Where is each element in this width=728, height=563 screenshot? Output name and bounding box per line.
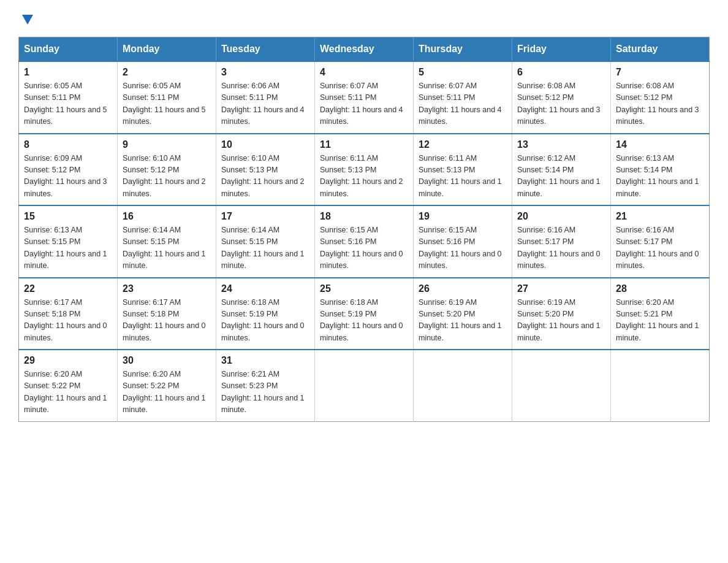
day-info: Sunrise: 6:12 AMSunset: 5:14 PMDaylight:… xyxy=(517,153,605,201)
day-number: 24 xyxy=(221,283,309,294)
day-number: 31 xyxy=(221,355,309,366)
calendar-cell: 15Sunrise: 6:13 AMSunset: 5:15 PMDayligh… xyxy=(19,205,118,278)
calendar-week-row: 15Sunrise: 6:13 AMSunset: 5:15 PMDayligh… xyxy=(19,205,710,278)
day-info: Sunrise: 6:13 AMSunset: 5:15 PMDaylight:… xyxy=(24,224,112,272)
calendar-week-row: 29Sunrise: 6:20 AMSunset: 5:22 PMDayligh… xyxy=(19,350,710,421)
calendar-cell xyxy=(315,350,414,421)
day-info: Sunrise: 6:19 AMSunset: 5:20 PMDaylight:… xyxy=(419,297,507,345)
day-number: 26 xyxy=(419,283,507,294)
page-header xyxy=(18,12,710,25)
calendar-cell: 28Sunrise: 6:20 AMSunset: 5:21 PMDayligh… xyxy=(611,278,710,350)
calendar-cell: 11Sunrise: 6:11 AMSunset: 5:13 PMDayligh… xyxy=(315,134,414,206)
day-info: Sunrise: 6:20 AMSunset: 5:22 PMDaylight:… xyxy=(24,369,112,416)
calendar-cell: 1Sunrise: 6:05 AMSunset: 5:11 PMDaylight… xyxy=(19,61,118,134)
calendar-header: SundayMondayTuesdayWednesdayThursdayFrid… xyxy=(19,37,710,62)
day-number: 16 xyxy=(123,211,211,222)
header-monday: Monday xyxy=(118,37,216,62)
day-info: Sunrise: 6:16 AMSunset: 5:17 PMDaylight:… xyxy=(517,224,605,272)
calendar-cell: 10Sunrise: 6:10 AMSunset: 5:13 PMDayligh… xyxy=(216,134,315,206)
calendar-cell: 12Sunrise: 6:11 AMSunset: 5:13 PMDayligh… xyxy=(414,134,512,206)
header-saturday: Saturday xyxy=(611,37,710,62)
day-number: 28 xyxy=(616,283,704,294)
day-number: 14 xyxy=(616,139,704,150)
header-thursday: Thursday xyxy=(414,37,512,62)
day-info: Sunrise: 6:20 AMSunset: 5:22 PMDaylight:… xyxy=(123,369,211,416)
day-number: 25 xyxy=(320,283,408,294)
day-number: 17 xyxy=(221,211,309,222)
day-number: 10 xyxy=(221,139,309,150)
day-number: 21 xyxy=(616,211,704,222)
calendar-cell: 13Sunrise: 6:12 AMSunset: 5:14 PMDayligh… xyxy=(512,134,611,206)
logo-triangle-icon xyxy=(21,12,34,26)
calendar-table: SundayMondayTuesdayWednesdayThursdayFrid… xyxy=(18,37,710,422)
day-number: 18 xyxy=(320,211,408,222)
calendar-cell: 9Sunrise: 6:10 AMSunset: 5:12 PMDaylight… xyxy=(118,134,216,206)
header-sunday: Sunday xyxy=(19,37,118,62)
calendar-cell: 20Sunrise: 6:16 AMSunset: 5:17 PMDayligh… xyxy=(512,205,611,278)
day-info: Sunrise: 6:13 AMSunset: 5:14 PMDaylight:… xyxy=(616,153,704,201)
day-number: 5 xyxy=(419,67,507,78)
calendar-cell: 19Sunrise: 6:15 AMSunset: 5:16 PMDayligh… xyxy=(414,205,512,278)
calendar-week-row: 8Sunrise: 6:09 AMSunset: 5:12 PMDaylight… xyxy=(19,134,710,206)
logo xyxy=(18,12,34,25)
day-info: Sunrise: 6:15 AMSunset: 5:16 PMDaylight:… xyxy=(320,224,408,272)
day-info: Sunrise: 6:15 AMSunset: 5:16 PMDaylight:… xyxy=(419,224,507,272)
calendar-cell: 30Sunrise: 6:20 AMSunset: 5:22 PMDayligh… xyxy=(118,350,216,421)
calendar-cell: 6Sunrise: 6:08 AMSunset: 5:12 PMDaylight… xyxy=(512,61,611,134)
day-number: 20 xyxy=(517,211,605,222)
day-number: 27 xyxy=(517,283,605,294)
header-wednesday: Wednesday xyxy=(315,37,414,62)
calendar-cell: 8Sunrise: 6:09 AMSunset: 5:12 PMDaylight… xyxy=(19,134,118,206)
calendar-body: 1Sunrise: 6:05 AMSunset: 5:11 PMDaylight… xyxy=(19,61,710,421)
day-info: Sunrise: 6:14 AMSunset: 5:15 PMDaylight:… xyxy=(221,224,309,272)
calendar-cell: 14Sunrise: 6:13 AMSunset: 5:14 PMDayligh… xyxy=(611,134,710,206)
day-info: Sunrise: 6:18 AMSunset: 5:19 PMDaylight:… xyxy=(221,297,309,345)
day-number: 13 xyxy=(517,139,605,150)
day-info: Sunrise: 6:21 AMSunset: 5:23 PMDaylight:… xyxy=(221,369,309,416)
day-number: 4 xyxy=(320,67,408,78)
day-info: Sunrise: 6:11 AMSunset: 5:13 PMDaylight:… xyxy=(320,153,408,201)
calendar-cell: 5Sunrise: 6:07 AMSunset: 5:11 PMDaylight… xyxy=(414,61,512,134)
day-info: Sunrise: 6:10 AMSunset: 5:12 PMDaylight:… xyxy=(123,153,211,201)
day-number: 6 xyxy=(517,67,605,78)
calendar-cell: 24Sunrise: 6:18 AMSunset: 5:19 PMDayligh… xyxy=(216,278,315,350)
day-info: Sunrise: 6:14 AMSunset: 5:15 PMDaylight:… xyxy=(123,224,211,272)
calendar-cell: 25Sunrise: 6:18 AMSunset: 5:19 PMDayligh… xyxy=(315,278,414,350)
day-info: Sunrise: 6:10 AMSunset: 5:13 PMDaylight:… xyxy=(221,153,309,201)
calendar-cell xyxy=(414,350,512,421)
calendar-cell: 26Sunrise: 6:19 AMSunset: 5:20 PMDayligh… xyxy=(414,278,512,350)
day-number: 23 xyxy=(123,283,211,294)
calendar-cell: 22Sunrise: 6:17 AMSunset: 5:18 PMDayligh… xyxy=(19,278,118,350)
days-of-week-row: SundayMondayTuesdayWednesdayThursdayFrid… xyxy=(19,37,710,62)
day-info: Sunrise: 6:20 AMSunset: 5:21 PMDaylight:… xyxy=(616,297,704,345)
calendar-cell: 4Sunrise: 6:07 AMSunset: 5:11 PMDaylight… xyxy=(315,61,414,134)
calendar-cell: 27Sunrise: 6:19 AMSunset: 5:20 PMDayligh… xyxy=(512,278,611,350)
day-info: Sunrise: 6:06 AMSunset: 5:11 PMDaylight:… xyxy=(221,80,309,128)
day-info: Sunrise: 6:08 AMSunset: 5:12 PMDaylight:… xyxy=(517,80,605,128)
day-info: Sunrise: 6:11 AMSunset: 5:13 PMDaylight:… xyxy=(419,153,507,201)
calendar-cell: 3Sunrise: 6:06 AMSunset: 5:11 PMDaylight… xyxy=(216,61,315,134)
day-number: 7 xyxy=(616,67,704,78)
day-number: 1 xyxy=(24,67,112,78)
day-info: Sunrise: 6:17 AMSunset: 5:18 PMDaylight:… xyxy=(24,297,112,345)
day-number: 29 xyxy=(24,355,112,366)
day-number: 11 xyxy=(320,139,408,150)
calendar-week-row: 1Sunrise: 6:05 AMSunset: 5:11 PMDaylight… xyxy=(19,61,710,134)
day-number: 15 xyxy=(24,211,112,222)
calendar-cell: 16Sunrise: 6:14 AMSunset: 5:15 PMDayligh… xyxy=(118,205,216,278)
calendar-cell: 21Sunrise: 6:16 AMSunset: 5:17 PMDayligh… xyxy=(611,205,710,278)
day-info: Sunrise: 6:18 AMSunset: 5:19 PMDaylight:… xyxy=(320,297,408,345)
calendar-cell: 18Sunrise: 6:15 AMSunset: 5:16 PMDayligh… xyxy=(315,205,414,278)
day-info: Sunrise: 6:08 AMSunset: 5:12 PMDaylight:… xyxy=(616,80,704,128)
day-number: 3 xyxy=(221,67,309,78)
calendar-cell: 2Sunrise: 6:05 AMSunset: 5:11 PMDaylight… xyxy=(118,61,216,134)
calendar-week-row: 22Sunrise: 6:17 AMSunset: 5:18 PMDayligh… xyxy=(19,278,710,350)
day-number: 19 xyxy=(419,211,507,222)
header-friday: Friday xyxy=(512,37,611,62)
day-info: Sunrise: 6:05 AMSunset: 5:11 PMDaylight:… xyxy=(123,80,211,128)
calendar-cell: 31Sunrise: 6:21 AMSunset: 5:23 PMDayligh… xyxy=(216,350,315,421)
calendar-cell: 17Sunrise: 6:14 AMSunset: 5:15 PMDayligh… xyxy=(216,205,315,278)
calendar-cell: 29Sunrise: 6:20 AMSunset: 5:22 PMDayligh… xyxy=(19,350,118,421)
day-info: Sunrise: 6:09 AMSunset: 5:12 PMDaylight:… xyxy=(24,153,112,201)
day-info: Sunrise: 6:19 AMSunset: 5:20 PMDaylight:… xyxy=(517,297,605,345)
